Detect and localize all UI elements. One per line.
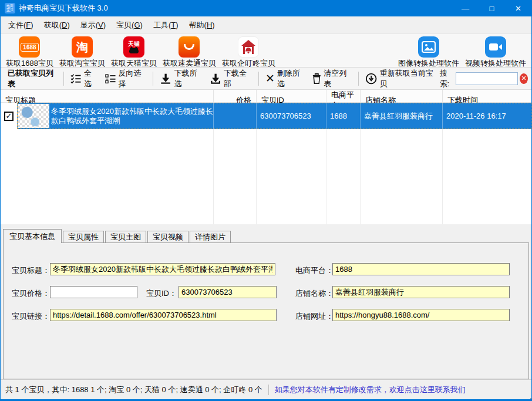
shop-field[interactable] (332, 286, 510, 298)
trash-icon (312, 73, 322, 85)
menu-item-goods[interactable]: 宝贝(G) (111, 17, 148, 33)
app-window: 电商 宝贝 神奇电商宝贝下载软件 3.0 — □ ✕ 文件(F) 获取(D) 显… (0, 0, 532, 401)
menu-file[interactable]: 文件(F) (3, 17, 39, 33)
contact-us-link[interactable]: 如果您对本软件有定制修改需求，欢迎点击这里联系我们 (275, 385, 466, 395)
tab-video[interactable]: 宝贝视频 (147, 231, 188, 242)
minimize-button[interactable]: — (452, 0, 479, 16)
tmall-icon: 天猫 (123, 36, 144, 58)
clear-list-button[interactable]: 清空列表 (308, 66, 356, 92)
separator (358, 72, 359, 86)
basic-info-panel: 宝贝标题： 电商平台： 宝贝价格： 宝贝ID： 店铺名称： 宝贝链接： 店铺网址… (3, 242, 529, 379)
menu-fetch[interactable]: 获取(D) (39, 17, 75, 33)
fetch-tmall-button[interactable]: 天猫 获取天猫宝贝 (108, 35, 160, 70)
status-bar: 共 1 个宝贝，其中: 1688 1 个; 淘宝 0 个; 天猫 0 个; 速卖… (1, 379, 531, 399)
aliexpress-smile-icon (179, 36, 200, 58)
splitter[interactable] (1, 224, 531, 228)
house-bell-icon (238, 36, 259, 58)
table-header: 宝贝标题 价格 宝贝ID 电商平台 店铺名称 下载时间 (1, 90, 531, 103)
row-checkbox-cell: ✓ (1, 103, 17, 129)
title-field[interactable] (50, 263, 275, 275)
detail-tabs: 宝贝基本信息 宝贝属性 宝贝主图 宝贝视频 详情图片 (1, 228, 531, 242)
row-checkbox[interactable]: ✓ (4, 112, 14, 121)
search-clear-icon[interactable]: ✕ (520, 73, 528, 84)
search-group: 搜索: ✕ (440, 68, 528, 89)
price-field-label: 宝贝价格： (12, 288, 50, 299)
invert-selection-list-icon (105, 73, 116, 84)
row-time: 2020-11-26 16:17 (443, 103, 531, 129)
shop-field-label: 店铺名称： (295, 288, 334, 299)
shop-url-field[interactable] (332, 309, 510, 321)
resize-grip[interactable] (528, 396, 529, 397)
tab-attributes[interactable]: 宝贝属性 (63, 231, 104, 242)
toolbar-right-group: 图像转换处理软件 视频转换处理软件 (395, 35, 529, 70)
row-title: 冬季羽绒服女2020新款韩版中长款大毛领过膝长款白鸭绒外套平湖潮 (51, 107, 213, 126)
app-icon-line2: 宝贝 (6, 8, 14, 12)
separator (258, 72, 259, 86)
separator (268, 385, 269, 395)
title-field-label: 宝贝标题： (12, 265, 50, 276)
menu-view[interactable]: 显示(V) (75, 17, 111, 33)
tab-main-images[interactable]: 宝贝主图 (105, 231, 146, 242)
id-field[interactable] (179, 286, 277, 298)
delete-selected-button[interactable]: ✕ 删除所选 (262, 66, 308, 92)
separator (63, 72, 64, 86)
main-toolbar: 1688 获取1688宝贝 淘 获取淘宝宝贝 天猫 获取天猫宝贝 获取速卖通宝贝 (1, 34, 531, 68)
table-row[interactable]: ✓ 冬季羽绒服女2020新款韩版中长款大毛领过膝长款白鸭绒外套平湖潮 63007… (1, 103, 531, 129)
title-bar: 电商 宝贝 神奇电商宝贝下载软件 3.0 — □ ✕ (1, 0, 531, 16)
tab-basic-info[interactable]: 宝贝基本信息 (3, 229, 62, 243)
list-title: 已获取宝贝列表 (4, 68, 60, 89)
delete-x-icon: ✕ (265, 73, 275, 84)
video-converter-button[interactable]: 视频转换处理软件 (462, 35, 529, 70)
select-all-checklist-icon (70, 73, 81, 84)
maximize-button[interactable]: □ (479, 0, 505, 16)
search-input[interactable] (456, 72, 518, 85)
row-shop: 嘉善县红羽服装商行 (361, 103, 443, 129)
action-bar: 已获取宝贝列表 全选 反向选择 (1, 68, 531, 90)
fetch-aliexpress-button[interactable]: 获取速卖通宝贝 (160, 35, 219, 70)
platform-field[interactable] (332, 263, 510, 275)
platform-field-label: 电商平台： (295, 265, 334, 276)
status-summary: 共 1 个宝贝，其中: 1688 1 个; 淘宝 0 个; 天猫 0 个; 速卖… (5, 385, 262, 395)
download-all-button[interactable]: 下载全部 (206, 66, 255, 92)
taobao-icon: 淘 (72, 36, 93, 58)
search-label: 搜索: (440, 68, 453, 89)
tmall-cat-icon (129, 48, 139, 53)
menu-bar: 文件(F) 获取(D) 显示(V) 宝贝(G) 工具(T) 帮助(H) (1, 16, 531, 34)
download-all-icon (210, 73, 221, 85)
fetch-1688-button[interactable]: 1688 获取1688宝贝 (3, 35, 56, 70)
goods-table: 宝贝标题 价格 宝贝ID 电商平台 店铺名称 下载时间 ✓ 冬季羽绒服女2020… (1, 90, 531, 224)
menu-help[interactable]: 帮助(H) (184, 17, 220, 33)
row-title-cell: 冬季羽绒服女2020新款韩版中长款大毛领过膝长款白鸭绒外套平湖潮 (17, 103, 214, 129)
refresh-icon (365, 72, 377, 85)
image-icon (418, 36, 439, 58)
fetch-taobao-button[interactable]: 淘 获取淘宝宝贝 (56, 35, 108, 70)
download-selected-button[interactable]: 下载所选 (156, 66, 206, 92)
row-id: 630073706523 (257, 103, 326, 129)
link-field[interactable] (50, 309, 277, 321)
1688-icon: 1688 (19, 36, 40, 58)
close-button[interactable]: ✕ (505, 0, 531, 16)
tab-detail-images[interactable]: 详情图片 (190, 231, 231, 242)
menu-tools[interactable]: 工具(T) (148, 17, 184, 33)
invert-selection-button[interactable]: 反向选择 (102, 66, 150, 92)
select-all-button[interactable]: 全选 (67, 66, 101, 92)
app-icon-line1: 电商 (6, 4, 14, 8)
table-empty-area (1, 129, 531, 224)
separator (153, 72, 153, 86)
row-price (214, 103, 257, 129)
product-thumbnail (18, 104, 49, 128)
link-field-label: 宝贝链接： (12, 311, 50, 322)
window-controls: — □ ✕ (452, 0, 531, 16)
video-camera-icon (485, 36, 506, 58)
window-title: 神奇电商宝贝下载软件 3.0 (19, 3, 108, 14)
id-field-label: 宝贝ID： (146, 288, 177, 299)
image-converter-button[interactable]: 图像转换处理软件 (395, 35, 462, 70)
refresh-current-button[interactable]: 重新获取当前宝贝 (362, 66, 440, 92)
row-platform: 1688 (326, 103, 361, 129)
shop-url-field-label: 店铺网址： (295, 311, 334, 322)
fetch-qidingdong-button[interactable]: 获取企叮咚宝贝 (219, 35, 278, 70)
download-icon (160, 73, 171, 85)
price-field[interactable] (50, 286, 137, 298)
app-icon: 电商 宝贝 (5, 3, 15, 14)
checkbox-check-icon: ✓ (6, 112, 12, 120)
